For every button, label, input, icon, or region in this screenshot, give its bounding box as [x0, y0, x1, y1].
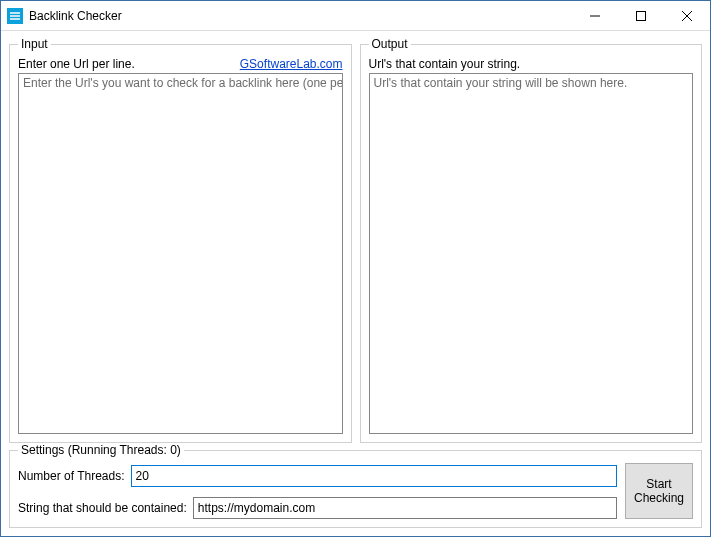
string-input[interactable]	[193, 497, 617, 519]
minimize-button[interactable]	[572, 1, 618, 31]
string-label: String that should be contained:	[18, 501, 187, 515]
maximize-icon	[636, 11, 646, 21]
minimize-icon	[590, 11, 600, 21]
site-link[interactable]: GSoftwareLab.com	[240, 57, 343, 71]
output-legend: Output	[369, 37, 411, 51]
app-icon	[7, 8, 23, 24]
window-title: Backlink Checker	[29, 9, 122, 23]
close-icon	[682, 11, 692, 21]
input-group: Input Enter one Url per line. GSoftwareL…	[9, 37, 352, 443]
input-urls-textarea[interactable]	[18, 73, 343, 434]
settings-group: Settings (Running Threads: 0) Number of …	[9, 443, 702, 528]
threads-input[interactable]	[131, 465, 618, 487]
maximize-button[interactable]	[618, 1, 664, 31]
svg-rect-0	[637, 11, 646, 20]
output-instruction: Url's that contain your string.	[369, 57, 521, 71]
start-checking-button[interactable]: Start Checking	[625, 463, 693, 519]
close-button[interactable]	[664, 1, 710, 31]
titlebar: Backlink Checker	[1, 1, 710, 31]
settings-legend: Settings (Running Threads: 0)	[18, 443, 184, 457]
input-instruction: Enter one Url per line.	[18, 57, 135, 71]
threads-label: Number of Threads:	[18, 469, 125, 483]
output-group: Output Url's that contain your string.	[360, 37, 703, 443]
input-legend: Input	[18, 37, 51, 51]
output-results-textarea[interactable]	[369, 73, 694, 434]
